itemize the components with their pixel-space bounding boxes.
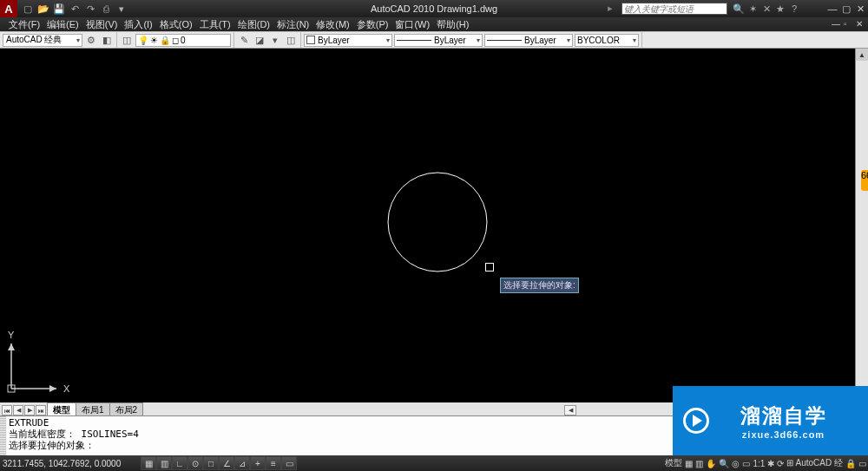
workspace-combo[interactable]: AutoCAD 经典 (3, 34, 82, 47)
vertical-scrollbar[interactable]: ▲ ▼ (855, 49, 868, 402)
subscription-icon[interactable]: ✶ (746, 3, 759, 15)
help-icon[interactable]: ? (788, 3, 800, 15)
svg-marker-4 (8, 343, 15, 350)
title-bar: A ▢ 📂 💾 ↶ ↷ ⎙ ▾ AutoCAD 2010 Drawing1.dw… (0, 0, 868, 17)
menu-view[interactable]: 视图(V) (82, 18, 122, 31)
qat-dropdown-icon[interactable]: ▾ (115, 2, 128, 16)
ws-tool-icon[interactable]: ◧ (100, 33, 114, 47)
ducs-toggle[interactable]: ⊿ (234, 456, 250, 470)
tab-next-icon[interactable]: ▶ (24, 405, 35, 415)
drawn-circle (385, 170, 490, 274)
layer-state-icon[interactable]: ✎ (237, 33, 251, 47)
lineweight-combo[interactable]: ByLayer (484, 34, 573, 47)
otrack-toggle[interactable]: ∠ (219, 456, 234, 470)
svg-text:Y: Y (8, 330, 15, 340)
command-handle[interactable] (0, 416, 6, 455)
watermark-big: 溜溜自学 (740, 402, 827, 429)
steering-icon[interactable]: ◎ (732, 459, 740, 468)
print-icon[interactable]: ⎙ (99, 2, 113, 16)
exchange-icon[interactable]: ✕ (760, 3, 773, 15)
color-combo[interactable]: ByLayer (304, 34, 392, 47)
snap-toggle[interactable]: ▦ (141, 456, 156, 470)
search-input[interactable] (621, 3, 727, 15)
scale-combo[interactable]: 1:1 (753, 459, 765, 468)
menu-dim[interactable]: 标注(N) (273, 18, 312, 31)
close-button[interactable]: ✕ (854, 3, 866, 14)
layer-prev-icon[interactable]: ▾ (268, 33, 282, 47)
tab-prev-icon[interactable]: ◀ (13, 405, 23, 415)
new-icon[interactable]: ▢ (21, 2, 35, 16)
hscroll-left-icon[interactable]: ◀ (564, 405, 576, 415)
osnap-toggle[interactable]: □ (203, 456, 219, 470)
undo-icon[interactable]: ↶ (68, 2, 82, 16)
ws-settings-icon[interactable]: ⚙ (84, 33, 98, 47)
anno-vis-icon[interactable]: ✱ (767, 459, 774, 468)
menu-draw[interactable]: 绘图(D) (234, 18, 273, 31)
favorite-icon[interactable]: ★ (774, 3, 786, 15)
svg-marker-2 (49, 385, 56, 392)
search-triangle-icon[interactable]: ▸ (608, 3, 620, 15)
toolbar-row: AutoCAD 经典 ⚙ ◧ ◫ 💡 ☀ 🔒 ◻ 0 ✎ ◪ ▾ ◫ ByLay… (0, 31, 868, 49)
grid-toggle[interactable]: ▥ (156, 456, 172, 470)
qp-toggle[interactable]: ▭ (281, 456, 297, 470)
layer-combo[interactable]: 💡 ☀ 🔒 ◻ 0 (135, 34, 231, 47)
coords-display[interactable]: 3211.7455, 1042.7692, 0.0000 (3, 459, 137, 468)
scroll-up-icon[interactable]: ▲ (856, 49, 868, 61)
ortho-toggle[interactable]: ∟ (172, 456, 187, 470)
doc-restore-button[interactable]: ▫ (844, 19, 854, 29)
side-badge[interactable]: 66 (861, 170, 868, 191)
open-icon[interactable]: 📂 (36, 2, 50, 16)
lock-icon[interactable]: 🔒 (845, 459, 856, 468)
svg-text:X: X (63, 383, 70, 394)
tab-last-icon[interactable]: ⏭ (36, 405, 46, 415)
layer-manager-icon[interactable]: ◫ (120, 33, 134, 47)
doc-close-button[interactable]: ✕ (856, 19, 866, 29)
status-bar: 3211.7455, 1042.7692, 0.0000 ▦ ▥ ∟ ⊙ □ ∠… (0, 455, 868, 471)
layer-iso-icon[interactable]: ◪ (253, 33, 266, 47)
layer-color-icon: ◻ (172, 36, 179, 45)
search-icon[interactable]: 🔍 (733, 3, 745, 15)
pick-cursor (485, 263, 494, 271)
layer-bulb-icon: 💡 (138, 36, 148, 45)
minimize-button[interactable]: — (826, 3, 838, 14)
menu-edit[interactable]: 编辑(E) (43, 18, 82, 31)
modelspace-button[interactable]: 模型 (665, 457, 682, 469)
layer-match-icon[interactable]: ◫ (284, 33, 298, 47)
layer-sun-icon: ☀ (150, 36, 158, 45)
bycolor-combo[interactable]: BYCOLOR (575, 34, 639, 47)
menu-bar: 文件(F) 编辑(E) 视图(V) 插入(I) 格式(O) 工具(T) 绘图(D… (0, 17, 868, 31)
drawing-canvas[interactable]: 选择要拉伸的对象: X Y ▲ ▼ 66 ⏮ ◀ ▶ ⏭ 模型 布局1 布局2 … (0, 49, 868, 418)
menu-param[interactable]: 参数(P) (353, 18, 392, 31)
menu-modify[interactable]: 修改(M) (312, 18, 353, 31)
svg-point-0 (388, 173, 487, 271)
lwt-toggle[interactable]: ≡ (266, 456, 281, 470)
pan-icon[interactable]: ✋ (706, 459, 716, 468)
maximize-button[interactable]: ▢ (840, 3, 852, 14)
zoom-icon[interactable]: 🔍 (719, 459, 729, 468)
doc-minimize-button[interactable]: — (832, 19, 842, 29)
save-icon[interactable]: 💾 (52, 2, 66, 16)
menu-help[interactable]: 帮助(H) (433, 18, 472, 31)
cleanscreen-icon[interactable]: ▭ (858, 459, 866, 468)
layer-lock-icon: 🔒 (160, 36, 170, 45)
qview-icon[interactable]: ▦ (685, 459, 693, 468)
menu-file[interactable]: 文件(F) (5, 18, 43, 31)
workspace-status[interactable]: ⊞ AutoCAD 经 (786, 457, 843, 469)
watermark-small: zixue.3d66.com (740, 429, 827, 440)
redo-icon[interactable]: ↷ (83, 2, 97, 16)
command-tooltip: 选择要拉伸的对象: (500, 278, 579, 293)
polar-toggle[interactable]: ⊙ (187, 456, 203, 470)
menu-tools[interactable]: 工具(T) (196, 18, 234, 31)
linetype-combo[interactable]: ByLayer (394, 34, 483, 47)
anno-auto-icon[interactable]: ⟳ (777, 459, 784, 468)
menu-insert[interactable]: 插入(I) (121, 18, 155, 31)
menu-format[interactable]: 格式(O) (156, 18, 196, 31)
dyn-toggle[interactable]: + (250, 456, 266, 470)
title-text: AutoCAD 2010 Drawing1.dwg (371, 3, 497, 14)
showmotion-icon[interactable]: ▭ (742, 459, 750, 468)
qview-layout-icon[interactable]: ▥ (695, 459, 703, 468)
play-icon (683, 408, 709, 434)
menu-window[interactable]: 窗口(W) (391, 18, 433, 31)
app-logo[interactable]: A (0, 0, 17, 17)
tab-first-icon[interactable]: ⏮ (2, 405, 12, 415)
